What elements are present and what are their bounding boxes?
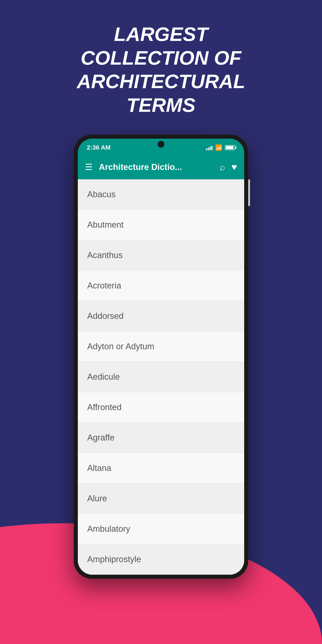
phone-frame: 2:36 AM 📶 ☰ Arc xyxy=(74,134,248,579)
term-label: Acroteria xyxy=(87,281,121,290)
term-label: Agraffe xyxy=(87,433,114,442)
terms-list: AbacusAbutmentAcanthusAcroteriaAddorsedA… xyxy=(78,179,244,575)
search-icon[interactable]: ⌕ xyxy=(220,162,225,172)
term-label: Adyton or Adytum xyxy=(87,342,154,351)
list-item[interactable]: Abutment xyxy=(78,210,244,240)
status-bar: 2:36 AM 📶 xyxy=(78,139,244,155)
list-item[interactable]: Affronted xyxy=(78,392,244,422)
scrollbar[interactable] xyxy=(248,179,250,206)
term-label: Addorsed xyxy=(87,311,124,321)
list-item[interactable]: Acroteria xyxy=(78,270,244,301)
term-label: Amphiprostyle xyxy=(87,554,141,564)
list-item[interactable]: Aedicule xyxy=(78,362,244,392)
signal-icon xyxy=(206,145,212,150)
list-item[interactable]: Addorsed xyxy=(78,301,244,332)
list-item[interactable]: Ambulatory xyxy=(78,514,244,544)
term-label: Abutment xyxy=(87,220,124,230)
phone-screen: 2:36 AM 📶 ☰ Arc xyxy=(78,139,244,575)
phone-container: 2:36 AM 📶 ☰ Arc xyxy=(74,134,248,644)
list-item[interactable]: Abacus xyxy=(78,179,244,210)
wifi-icon: 📶 xyxy=(215,144,222,151)
app-bar: ☰ Architecture Dictio... ⌕ ♥ xyxy=(78,155,244,179)
term-label: Affronted xyxy=(87,402,122,412)
favorites-icon[interactable]: ♥ xyxy=(232,162,237,172)
list-item[interactable]: Alure xyxy=(78,484,244,514)
list-item[interactable]: Acanthus xyxy=(78,240,244,270)
list-item[interactable]: Amphiprostyle xyxy=(78,544,244,575)
list-item[interactable]: Altana xyxy=(78,453,244,484)
term-label: Altana xyxy=(87,463,111,473)
status-time: 2:36 AM xyxy=(87,144,110,151)
list-item[interactable]: Agraffe xyxy=(78,422,244,453)
list-item[interactable]: Adyton or Adytum xyxy=(78,332,244,362)
hamburger-icon[interactable]: ☰ xyxy=(85,162,92,172)
term-label: Aedicule xyxy=(87,372,120,382)
term-label: Alure xyxy=(87,494,107,503)
battery-icon xyxy=(225,145,235,150)
camera-cutout xyxy=(158,141,164,148)
term-label: Abacus xyxy=(87,190,116,199)
page-header: LARGEST COLLECTION OF ARCHITECTURAL TERM… xyxy=(60,22,262,117)
status-icons: 📶 xyxy=(206,144,235,151)
term-label: Acanthus xyxy=(87,250,122,260)
app-title: Architecture Dictio... xyxy=(99,162,220,172)
term-label: Ambulatory xyxy=(87,524,130,534)
